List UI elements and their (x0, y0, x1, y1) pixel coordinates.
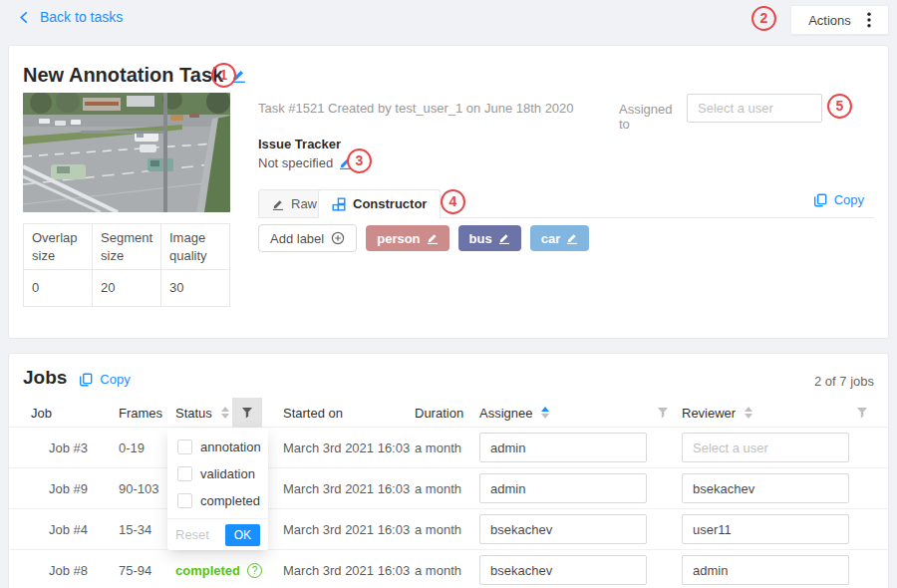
status-filter-dropdown: annotation validation completed Reset OK (167, 429, 268, 550)
label-chip-car-text: car (541, 231, 561, 246)
table-row: Job #3 0-19 March 3rd 2021 16:03 a month (9, 428, 888, 468)
copy-labels-link[interactable]: Copy (813, 192, 864, 207)
edit-label-icon[interactable] (427, 232, 439, 244)
param-header-segment: Segment size (93, 224, 161, 270)
table-row: Job #8 75-94 completed ? March 3rd 2021 … (9, 550, 888, 588)
filter-option-validation-label: validation (200, 466, 255, 481)
job-started: March 3rd 2021 16:03 (283, 550, 410, 588)
actions-label: Actions (808, 13, 851, 28)
task-title-text: New Annotation Task (23, 64, 223, 87)
label-chip-person[interactable]: person (366, 225, 448, 251)
status-filter-icon[interactable] (232, 398, 262, 428)
column-status[interactable]: Status (175, 398, 229, 428)
filter-option-annotation[interactable]: annotation (167, 434, 268, 460)
task-preview-image (23, 93, 230, 212)
annotation-circle-1: 1 (211, 63, 236, 88)
job-frames: 15-34 (119, 509, 151, 550)
tab-raw-label: Raw (291, 196, 317, 211)
job-started: March 3rd 2021 16:03 (283, 428, 410, 468)
param-header-quality: Image quality (161, 224, 230, 270)
annotation-circle-3: 3 (347, 148, 372, 173)
column-started-on: Started on (283, 398, 343, 428)
copy-icon (813, 193, 827, 207)
job-frames: 75-94 (119, 550, 151, 588)
labels-row: Add label person bus car (258, 224, 589, 252)
param-value-quality: 30 (161, 270, 230, 307)
job-status-text: completed (175, 563, 240, 578)
label-chip-car[interactable]: car (530, 225, 590, 251)
plus-circle-icon (331, 231, 345, 245)
assignee-input[interactable] (479, 473, 647, 503)
reviewer-input[interactable] (682, 514, 849, 544)
annotation-circle-2: 2 (751, 6, 776, 31)
reviewer-filter-icon[interactable] (856, 398, 868, 428)
table-row: Job #4 15-34 March 3rd 2021 16:03 a mont… (9, 509, 888, 550)
issue-tracker-label: Issue Tracker (258, 137, 341, 151)
filter-option-validation[interactable]: validation (167, 460, 268, 487)
job-duration: a month (415, 468, 461, 509)
job-frames: 90-103 (119, 468, 158, 509)
column-duration: Duration (415, 398, 463, 428)
checkbox[interactable] (177, 440, 192, 454)
edit-label-icon[interactable] (498, 232, 510, 244)
column-reviewer-label: Reviewer (682, 406, 736, 421)
chevron-left-icon (18, 11, 31, 24)
annotation-circle-4: 4 (441, 189, 465, 214)
jobs-count: 2 of 7 jobs (814, 374, 874, 389)
label-chip-person-text: person (377, 231, 420, 246)
column-assignee[interactable]: Assignee (479, 398, 549, 428)
sort-icon[interactable] (221, 407, 229, 419)
back-to-tasks-label: Back to tasks (40, 9, 123, 25)
task-meta-text: Task #1521 Created by test_user_1 on Jun… (258, 101, 574, 116)
pen-icon (272, 198, 284, 210)
job-link[interactable]: Job #3 (49, 428, 88, 468)
checkbox[interactable] (177, 466, 192, 481)
edit-label-icon[interactable] (566, 232, 578, 244)
column-job: Job (31, 398, 52, 428)
issue-tracker-value: Not specified (258, 155, 333, 170)
jobs-title: Jobs (23, 367, 67, 389)
reviewer-input[interactable] (682, 433, 849, 462)
issue-tracker-value-row: Not specified (258, 155, 352, 170)
add-label-button[interactable]: Add label (258, 224, 357, 252)
assignee-input[interactable] (479, 433, 647, 462)
job-link[interactable]: Job #9 (49, 468, 88, 509)
job-link[interactable]: Job #4 (49, 509, 88, 550)
actions-button[interactable]: Actions (790, 5, 889, 35)
assignee-filter-icon[interactable] (657, 398, 669, 428)
assignee-input[interactable] (479, 514, 647, 544)
param-header-overlap: Overlap size (24, 224, 93, 270)
assignee-input[interactable] (479, 555, 647, 585)
label-chip-bus-text: bus (469, 231, 492, 246)
job-frames: 0-19 (119, 428, 145, 468)
tab-constructor-label: Constructor (353, 196, 427, 211)
task-parameters-table: Overlap size Segment size Image quality … (23, 223, 230, 307)
reviewer-input[interactable] (682, 555, 849, 585)
jobs-card: Jobs Copy 2 of 7 jobs Job Frames Status … (8, 353, 889, 588)
filter-option-completed-label: completed (200, 493, 260, 508)
job-started: March 3rd 2021 16:03 (283, 468, 410, 509)
sort-icon-active[interactable] (541, 407, 549, 419)
checkbox[interactable] (177, 493, 192, 508)
sort-icon[interactable] (745, 407, 752, 419)
job-link[interactable]: Job #8 (49, 550, 88, 588)
column-frames: Frames (119, 398, 162, 428)
filter-reset-button[interactable]: Reset (175, 527, 209, 542)
tab-constructor[interactable]: Constructor (318, 189, 441, 218)
copy-jobs-link[interactable]: Copy (79, 372, 130, 387)
annotation-circle-5: 5 (827, 94, 852, 119)
job-started: March 3rd 2021 16:03 (283, 509, 410, 550)
column-reviewer[interactable]: Reviewer (682, 398, 752, 428)
filter-option-annotation-label: annotation (200, 440, 261, 454)
help-circle-icon[interactable]: ? (247, 563, 262, 578)
task-assignee-select[interactable] (687, 94, 822, 123)
param-value-segment: 20 (93, 270, 161, 307)
assigned-to-label: Assigned to (619, 102, 681, 132)
reviewer-input[interactable] (682, 473, 849, 503)
back-to-tasks-link[interactable]: Back to tasks (18, 9, 123, 25)
filter-option-completed[interactable]: completed (167, 487, 268, 514)
job-duration: a month (415, 550, 461, 588)
filter-ok-button[interactable]: OK (225, 524, 260, 546)
column-status-label: Status (175, 406, 212, 421)
label-chip-bus[interactable]: bus (458, 225, 521, 251)
